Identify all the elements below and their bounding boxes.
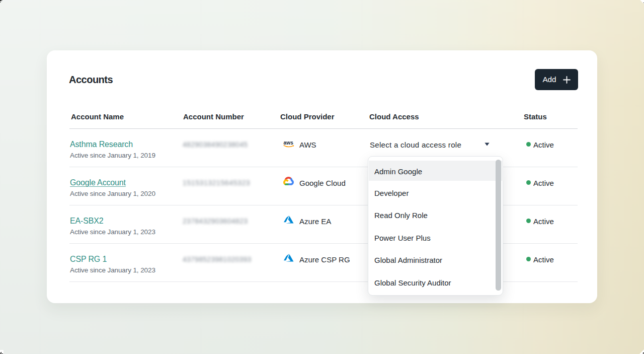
svg-text:aws: aws <box>284 140 294 146</box>
